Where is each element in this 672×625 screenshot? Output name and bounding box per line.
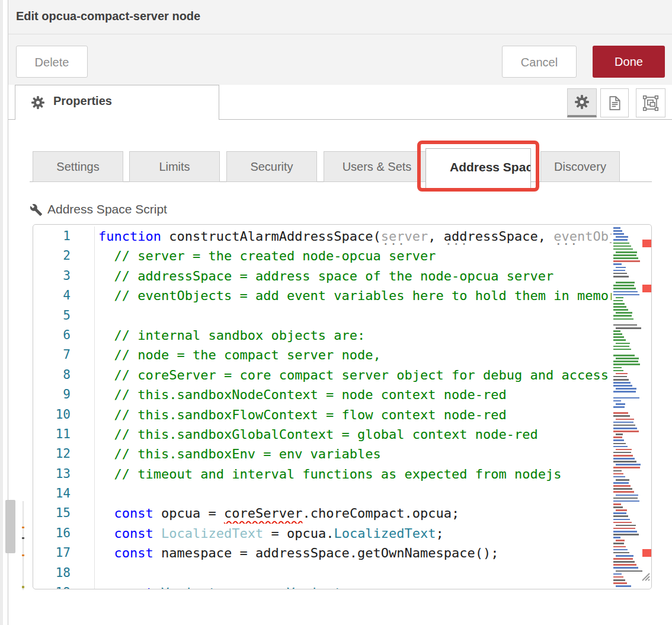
- code-line[interactable]: 4 // eventObjects = add event variables …: [33, 286, 652, 305]
- properties-icon-button[interactable]: [567, 88, 597, 117]
- workspace-edge: [0, 0, 3, 625]
- code-line[interactable]: 19 const Variant = opcua.Variant;: [33, 583, 652, 589]
- tab-properties[interactable]: Properties: [15, 85, 219, 120]
- code-line[interactable]: 18: [33, 563, 652, 583]
- cancel-button[interactable]: Cancel: [502, 46, 577, 78]
- gear-icon: [574, 94, 590, 110]
- code-line[interactable]: 13 // timeout and interval functions as …: [33, 464, 652, 484]
- tab-limits[interactable]: Limits: [129, 151, 220, 182]
- error-marker: [642, 549, 651, 557]
- edit-node-dialog: Edit opcua-compact-server node Delete Ca…: [0, 0, 672, 625]
- editor-type-tabs: Properties: [8, 85, 672, 120]
- code-line[interactable]: 8 // coreServer = core compact server ob…: [33, 365, 652, 385]
- code-line[interactable]: 1function constructAlarmAddressSpace(ser…: [33, 227, 652, 246]
- tab-security[interactable]: Security: [226, 151, 317, 182]
- tab-address-space[interactable]: Address Space: [425, 148, 531, 190]
- code-line[interactable]: 10 // this.sandboxFlowContext = flow con…: [33, 405, 652, 425]
- code-line[interactable]: 12 // this.sandboxEnv = env variables: [33, 444, 652, 464]
- code-line[interactable]: 14: [33, 484, 652, 503]
- code-line[interactable]: 15 const opcua = coreServer.choreCompact…: [33, 503, 652, 523]
- properties-tab-label: Properties: [53, 94, 112, 108]
- content-bottom-space: [8, 590, 672, 625]
- code-line[interactable]: 2 // server = the created node-opcua ser…: [33, 246, 652, 266]
- left-ruler: [23, 501, 24, 596]
- tray-scrollbar-thumb[interactable]: [5, 500, 15, 553]
- code-line[interactable]: 16 const LocalizedText = opcua.Localized…: [33, 524, 652, 543]
- wrench-icon: [30, 203, 43, 216]
- appearance-icon-button[interactable]: [636, 88, 665, 117]
- minimap[interactable]: [612, 226, 639, 588]
- delete-button[interactable]: Delete: [16, 46, 88, 78]
- dialog-title: Edit opcua-compact-server node: [16, 9, 200, 23]
- dialog-toolbar: Delete Cancel Done: [8, 34, 672, 85]
- code-line[interactable]: 9 // this.sandboxNodeContext = node cont…: [33, 385, 652, 404]
- done-button[interactable]: Done: [593, 46, 665, 78]
- code-editor[interactable]: 1function constructAlarmAddressSpace(ser…: [33, 224, 652, 589]
- code-line[interactable]: 6 // internal sandbox objects are:: [33, 326, 652, 345]
- tab-users-sets[interactable]: Users & Sets: [324, 151, 430, 182]
- error-marker: [642, 285, 651, 292]
- object-group-icon: [642, 95, 659, 111]
- tab-settings[interactable]: Settings: [33, 151, 123, 182]
- section-title: Address Space Script: [47, 202, 167, 216]
- resize-grip[interactable]: [640, 571, 651, 582]
- code-line[interactable]: 3 // addressSpace = address space of the…: [33, 266, 652, 286]
- dialog-header: Edit opcua-compact-server node: [8, 0, 672, 34]
- error-marker: [642, 240, 651, 247]
- code-line[interactable]: 7 // node = the compact server node,: [33, 345, 652, 365]
- code-lines[interactable]: 1function constructAlarmAddressSpace(ser…: [33, 227, 652, 589]
- code-line[interactable]: 17 const namespace = addressSpace.getOwn…: [33, 543, 652, 563]
- document-icon: [607, 95, 622, 111]
- description-icon-button[interactable]: [600, 88, 629, 117]
- gear-icon: [31, 95, 45, 110]
- code-line[interactable]: 11 // this.sandboxGlobalContext = global…: [33, 425, 652, 444]
- tab-discovery[interactable]: Discovery: [540, 151, 620, 182]
- code-line[interactable]: 5: [33, 306, 652, 326]
